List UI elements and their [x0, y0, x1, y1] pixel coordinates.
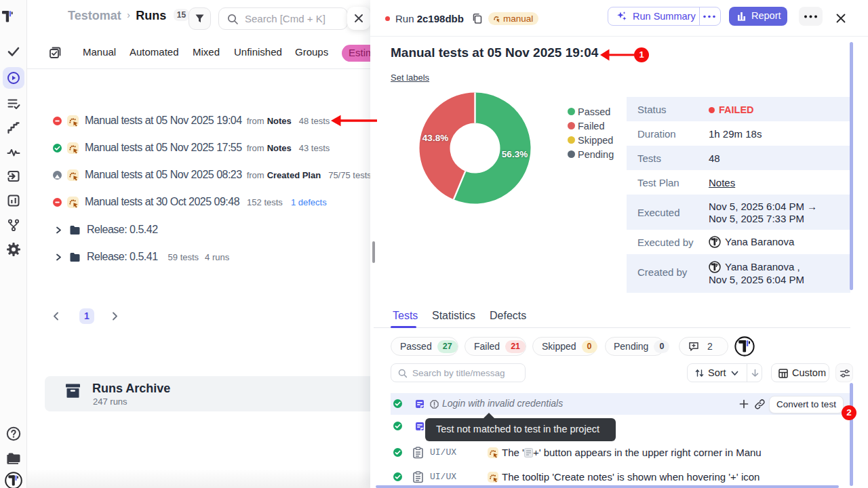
- svg-text:43.8%: 43.8%: [422, 133, 448, 143]
- svg-text:56.3%: 56.3%: [502, 149, 528, 159]
